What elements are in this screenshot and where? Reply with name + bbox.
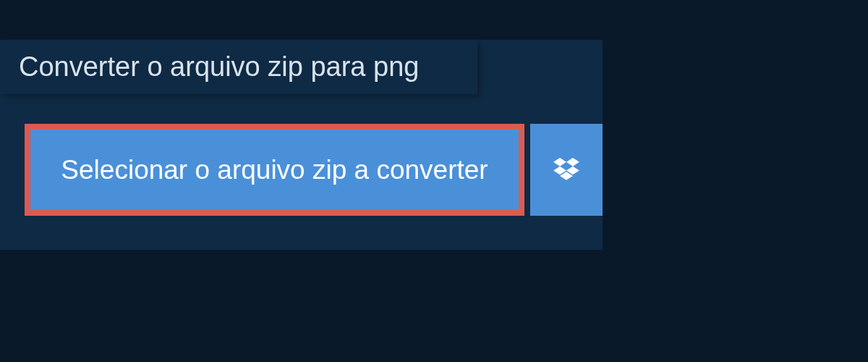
title-bar: Converter o arquivo zip para png [0, 40, 477, 94]
dropbox-icon [553, 158, 579, 182]
action-buttons-row: Selecionar o arquivo zip a converter [25, 124, 603, 216]
select-file-button-label: Selecionar o arquivo zip a converter [61, 155, 488, 185]
page-title: Converter o arquivo zip para png [19, 51, 419, 83]
dropbox-button[interactable] [530, 124, 603, 216]
select-file-button[interactable]: Selecionar o arquivo zip a converter [25, 124, 524, 216]
